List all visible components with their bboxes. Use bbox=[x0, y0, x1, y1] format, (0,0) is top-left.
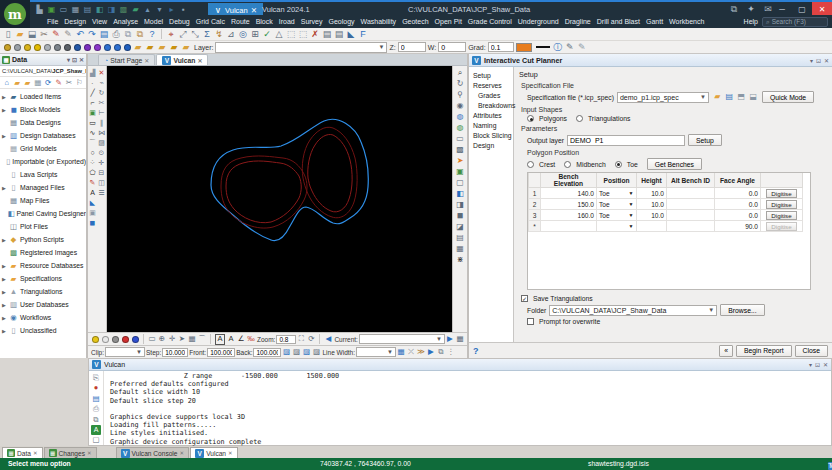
split-icon[interactable]: ◫ bbox=[97, 177, 106, 187]
folder-add-icon[interactable]: ▰ bbox=[23, 78, 32, 88]
launch-flag-icon[interactable]: ▰ bbox=[130, 4, 141, 15]
launch-teal-icon[interactable]: ◧ bbox=[94, 4, 105, 15]
menu-grid-calc[interactable]: Grid Calc bbox=[193, 18, 228, 25]
sheet-b-icon[interactable]: ▤ bbox=[333, 28, 345, 40]
sphere-cobalt-icon[interactable] bbox=[114, 44, 121, 51]
sphere-violet-icon[interactable] bbox=[94, 44, 101, 51]
position-cell[interactable]: Toe▼ bbox=[597, 188, 637, 199]
font-tool-icon[interactable]: F bbox=[357, 28, 369, 40]
cross-icon[interactable]: ⤫ bbox=[406, 347, 416, 358]
sphere-gray-icon[interactable] bbox=[14, 44, 21, 51]
expand-arrow-icon[interactable]: ▶ bbox=[2, 289, 7, 295]
chevron-down-icon[interactable]: ▼ bbox=[627, 222, 635, 230]
polygons-radio[interactable] bbox=[527, 115, 534, 122]
export-log-icon[interactable]: ⎘ bbox=[91, 373, 101, 382]
front-input[interactable] bbox=[207, 348, 235, 357]
icp-nav-design[interactable]: Design bbox=[469, 140, 513, 150]
expand-arrow-icon[interactable]: ▶ bbox=[2, 302, 7, 308]
fit-view-icon[interactable]: ⛶ bbox=[296, 334, 306, 345]
solid-icon[interactable]: ◼ bbox=[455, 210, 466, 221]
layer-folder-3-icon[interactable]: ▰ bbox=[156, 41, 168, 53]
corner-tool-icon[interactable]: ◣ bbox=[345, 28, 357, 40]
text-box-icon[interactable]: A bbox=[215, 334, 225, 345]
tree-item-map-files[interactable]: ▦Map Files bbox=[0, 194, 86, 207]
record-icon[interactable]: ● bbox=[91, 383, 101, 392]
font-log-icon[interactable]: A bbox=[91, 425, 101, 434]
height-cell[interactable]: 10.0 bbox=[637, 210, 667, 221]
toe-radio[interactable] bbox=[615, 161, 622, 168]
arc-icon[interactable]: ⌒ bbox=[88, 137, 97, 147]
height-cell[interactable]: 10.0 bbox=[637, 199, 667, 210]
polyline-icon[interactable]: ⌐ bbox=[88, 97, 97, 107]
browse-button[interactable]: Browse... bbox=[720, 304, 764, 316]
angle-icon[interactable]: ∠ bbox=[236, 334, 246, 345]
menu-grade-control[interactable]: Grade Control bbox=[465, 18, 515, 25]
grid-tool-icon[interactable]: ⊞ bbox=[249, 28, 261, 40]
folder-combo[interactable]: C:\VULCAN_DATA\JCP_Shaw_Data ▼ bbox=[549, 305, 717, 316]
tree-item-importable-or-exported-[interactable]: ▯Importable (or Exported) bbox=[0, 155, 86, 168]
image2-icon[interactable]: ▣ bbox=[88, 207, 97, 217]
layer-a-icon[interactable]: ⬚ bbox=[285, 28, 297, 40]
menu-help[interactable]: Help bbox=[744, 18, 758, 25]
folder-icon[interactable]: ▰ bbox=[12, 78, 21, 88]
sphere-yellow-icon[interactable] bbox=[24, 44, 31, 51]
paste-icon[interactable]: ⧉ bbox=[134, 28, 146, 40]
light-blue-ball[interactable] bbox=[132, 336, 139, 343]
globe-blue-icon[interactable]: ◍ bbox=[455, 111, 466, 122]
light-white-ball[interactable] bbox=[102, 336, 109, 343]
layer-folder-4-icon[interactable]: ▰ bbox=[168, 41, 180, 53]
expand-arrow-icon[interactable]: ▶ bbox=[2, 237, 7, 243]
search-input[interactable]: ⌕ Search (F3) bbox=[762, 17, 828, 27]
close-icon[interactable]: ✕ bbox=[79, 56, 84, 63]
icp-nav-attributes[interactable]: Attributes bbox=[469, 110, 513, 120]
close-tab-icon[interactable]: ✕ bbox=[251, 6, 257, 15]
image-icon[interactable]: ▣ bbox=[88, 107, 97, 117]
trim-icon[interactable]: ✂ bbox=[97, 97, 106, 107]
launch-grid-icon[interactable]: ▦ bbox=[70, 4, 81, 15]
text-icon[interactable]: A bbox=[88, 187, 97, 197]
menu-survey[interactable]: Survey bbox=[298, 18, 326, 25]
mirror-icon[interactable]: ⋈ bbox=[97, 127, 106, 137]
wireframe-icon[interactable]: ◨ bbox=[455, 199, 466, 210]
sphere-gold-icon[interactable] bbox=[4, 44, 11, 51]
get-benches-button[interactable]: Get Benches bbox=[647, 158, 702, 170]
layer-combo[interactable]: ▼ bbox=[215, 42, 387, 53]
menu-underground[interactable]: Underground bbox=[515, 18, 562, 25]
chart-icon[interactable]: ▟ bbox=[88, 67, 97, 77]
chevron-down-icon[interactable]: ▼ bbox=[627, 189, 635, 197]
scale-label-icon[interactable]: ‰ bbox=[246, 334, 256, 345]
copy-spec-icon[interactable]: ⬒ bbox=[736, 92, 747, 103]
alt-bench-id-cell[interactable] bbox=[667, 199, 715, 210]
menu-geotech[interactable]: Geotech bbox=[399, 18, 431, 25]
sheet-a-icon[interactable]: ▤ bbox=[321, 28, 333, 40]
sphere-silver-icon[interactable] bbox=[44, 44, 51, 51]
chevron-down-icon[interactable]: ▼ bbox=[627, 211, 635, 219]
3d-viewport-canvas[interactable] bbox=[107, 66, 452, 332]
tree-item-data-designs[interactable]: ▦Data Designs bbox=[0, 116, 86, 129]
grid-view-icon[interactable]: ▦ bbox=[33, 78, 42, 88]
spec-file-combo[interactable]: demo_p1.icp_spec ▼ bbox=[617, 92, 709, 103]
menu-block[interactable]: Block bbox=[253, 18, 276, 25]
edit-icon[interactable]: ✎ bbox=[54, 78, 63, 88]
tree-item-design-databases[interactable]: ▶▥Design Databases bbox=[0, 129, 86, 142]
text-plain-icon[interactable]: A bbox=[226, 334, 236, 345]
digitise-button[interactable]: Digitise bbox=[766, 189, 796, 198]
icp-nav-breakdowns[interactable]: Breakdowns bbox=[469, 100, 513, 110]
prompt-overwrite-checkbox[interactable]: ✓ bbox=[527, 318, 534, 325]
copy-log-icon[interactable]: ⧉ bbox=[91, 415, 101, 424]
output-layer-input[interactable] bbox=[567, 135, 685, 146]
open-spec-folder-icon[interactable]: ▰ bbox=[712, 92, 723, 103]
shade-icon[interactable]: ◧ bbox=[455, 188, 466, 199]
more-icon[interactable]: ⋮ bbox=[446, 347, 456, 358]
current-colour-swatch[interactable] bbox=[516, 43, 532, 52]
zoom-input[interactable] bbox=[276, 335, 296, 344]
tree-item-grid-models[interactable]: ▦Grid Models bbox=[0, 142, 86, 155]
grid2-icon[interactable]: ▦ bbox=[455, 243, 466, 254]
expand-arrow-icon[interactable]: ▶ bbox=[2, 133, 7, 139]
dock-menu-icon[interactable]: ▾ bbox=[810, 57, 813, 64]
sphere-navy-icon[interactable] bbox=[124, 44, 131, 51]
digitise-button[interactable]: Digitise bbox=[766, 211, 796, 220]
point-icon[interactable]: ∙ bbox=[88, 77, 97, 87]
tree-item-managed-files[interactable]: ▶▯Managed Files bbox=[0, 181, 86, 194]
print-icon[interactable]: ⎙ bbox=[110, 28, 122, 40]
